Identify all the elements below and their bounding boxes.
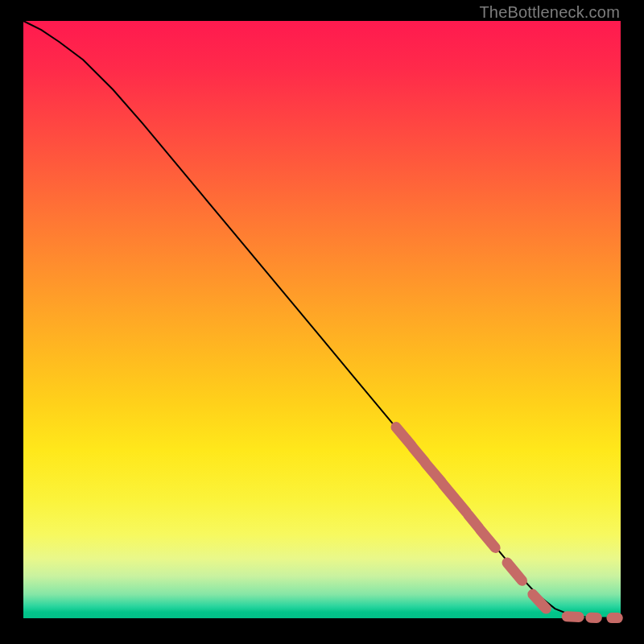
curve-marker-8 — [567, 617, 579, 617]
curve-marker-6 — [507, 563, 522, 580]
curve-marker-0 — [396, 427, 411, 446]
marker-group — [396, 427, 617, 618]
curve-marker-2 — [425, 463, 441, 482]
bottleneck-curve — [23, 21, 621, 618]
chart-stage: TheBottleneck.com — [0, 0, 644, 644]
chart-overlay — [23, 21, 621, 618]
curve-marker-3 — [443, 484, 467, 513]
curve-marker-5 — [481, 530, 496, 547]
watermark-text: TheBottleneck.com — [479, 3, 620, 22]
curve-marker-7 — [533, 594, 546, 609]
